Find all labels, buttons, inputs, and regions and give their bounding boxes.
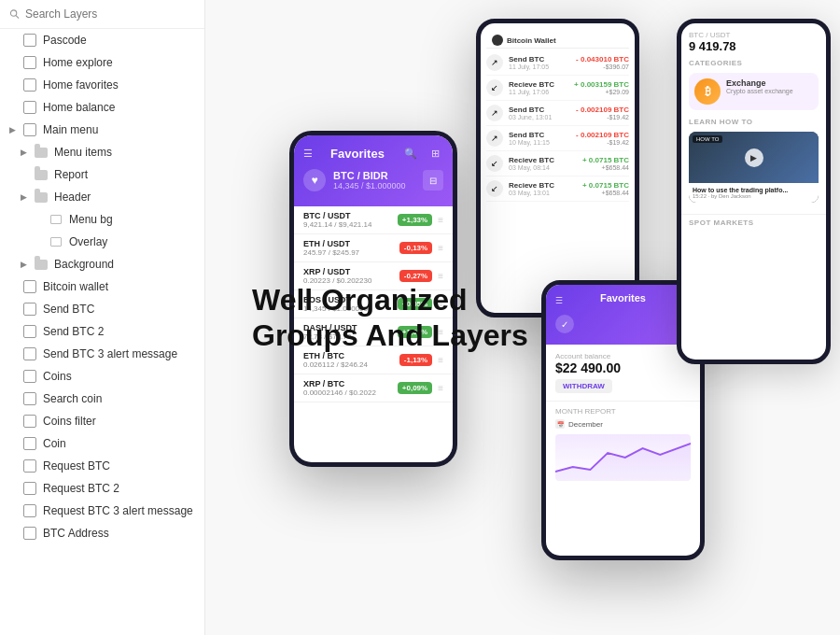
trans-icon: ↙ [486, 79, 503, 96]
layer-label: Coins [43, 370, 72, 383]
trans-type: Recieve BTC [509, 80, 568, 89]
svg-marker-2 [555, 444, 691, 481]
trans-info: Send BTC 11 July, 17:05 [509, 55, 570, 70]
btc-label: BTC / USDT [689, 31, 819, 39]
layer-item-pascode[interactable]: Pascode [0, 29, 204, 51]
artboard-icon [22, 346, 37, 361]
layer-item-send-btc-3[interactable]: Send BTC 3 alert message [0, 343, 204, 365]
fav-heart-icon[interactable]: ♥ [303, 169, 326, 191]
layer-item-home-favorites[interactable]: Home favorites [0, 74, 204, 96]
btc-value: 9 419.78 [689, 39, 819, 53]
coin-name: XRP / USDT [303, 267, 399, 276]
layer-label: Menu items [54, 146, 112, 159]
grid-icon[interactable]: ⊞ [427, 145, 443, 162]
coin-info: BTC / USDT 9,421.14 / $9,421.14 [303, 211, 398, 229]
transaction-row[interactable]: ↙ Recieve BTC 11 July, 17:06 + 0.003159 … [486, 76, 629, 101]
chevron-icon: ▶ [19, 148, 28, 157]
how-to-badge: HOW TO [693, 135, 722, 143]
side-balance: Account balance $22 490.00 WITHDRAW [546, 345, 700, 402]
layer-item-coin[interactable]: Coin [0, 432, 204, 455]
layer-item-home-balance[interactable]: Home balance [0, 96, 204, 119]
coin-menu-icon[interactable]: ≡ [438, 215, 443, 225]
artboard-icon [22, 391, 37, 406]
layer-item-btc-address[interactable]: BTC Address [0, 522, 204, 544]
play-button[interactable]: ▶ [745, 148, 763, 167]
trans-amount: - 0.002109 BTC -$19.42 [576, 131, 629, 146]
coin-change-badge: -0,13% [399, 242, 432, 254]
coin-row[interactable]: BTC / USDT 9,421.14 / $9,421.14 +1,33% ≡ [294, 206, 453, 234]
trans-btc: - 0.002109 BTC [576, 131, 629, 139]
transaction-row[interactable]: ↙ Recieve BTC 03 May, 08:14 + 0.0715 BTC… [486, 151, 629, 176]
layer-item-request-btc-2[interactable]: Request BTC 2 [0, 477, 204, 500]
layer-label: Request BTC [43, 459, 110, 473]
transaction-row[interactable]: ↗ Send BTC 11 July, 17:05 - 0.043010 BTC… [486, 50, 629, 76]
layer-item-request-btc[interactable]: Request BTC [0, 455, 204, 477]
exchange-card: ₿ Exchange Crypto asset exchange [689, 73, 819, 110]
trans-btc: - 0.043010 BTC [576, 55, 629, 64]
layer-item-search-coin[interactable]: Search coin [0, 388, 204, 410]
trans-usd: +$658.44 [582, 164, 629, 171]
layer-item-background[interactable]: ▶Background [0, 253, 204, 275]
layer-item-home-explore[interactable]: Home explore [0, 51, 204, 74]
search-icon[interactable]: 🔍 [402, 145, 419, 162]
trans-amount: - 0.043010 BTC -$396.07 [576, 55, 629, 70]
layers-panel: PascodeHome exploreHome favoritesHome ba… [0, 0, 205, 635]
categories-label: CATEGORIES [689, 59, 819, 67]
folder-icon [34, 145, 49, 160]
transaction-row[interactable]: ↗ Send BTC 03 June, 13:01 - 0.002109 BTC… [486, 101, 629, 126]
layer-label: Send BTC 3 alert message [43, 347, 177, 360]
layer-item-request-btc-3[interactable]: Request BTC 3 alert message [0, 500, 204, 522]
layer-item-overlay[interactable]: Overlay [0, 231, 204, 253]
withdraw-button[interactable]: WITHDRAW [555, 379, 612, 393]
trans-usd: +$29.09 [574, 89, 629, 95]
search-bar[interactable] [0, 0, 204, 29]
layer-label: Home explore [43, 56, 113, 69]
coin-row[interactable]: ETH / USDT 245.97 / $245.97 -0,13% ≡ [294, 234, 453, 262]
learn-label: LEARN HOW TO [689, 118, 819, 126]
trans-type: Recieve BTC [509, 156, 577, 164]
layer-item-coins[interactable]: Coins [0, 365, 204, 388]
artboard-icon [22, 324, 37, 339]
chevron-icon: ▶ [19, 260, 28, 269]
trans-amount: + 0.0715 BTC +$658.44 [582, 156, 629, 171]
folder-icon [34, 257, 49, 272]
coin-menu-icon[interactable]: ≡ [438, 271, 443, 281]
transaction-row[interactable]: ↗ Send BTC 10 May, 11:15 - 0.002109 BTC … [486, 126, 629, 151]
layer-item-header[interactable]: ▶Header [0, 186, 204, 208]
transaction-row[interactable]: ↙ Recieve BTC 03 May, 13:01 + 0.0715 BTC… [486, 176, 629, 202]
svg-point-0 [10, 10, 16, 16]
coin-price: 245.97 / $245.97 [303, 248, 399, 257]
layer-item-coins-filter[interactable]: Coins filter [0, 410, 204, 432]
artboard-icon [22, 302, 37, 317]
trans-date: 03 June, 13:01 [509, 114, 570, 120]
video-card: HOW TO ▶ How to use the trading platfo..… [689, 132, 819, 203]
coin-menu-icon[interactable]: ≡ [438, 355, 443, 365]
layer-item-bitcoin-wallet[interactable]: Bitcoin wallet [0, 275, 204, 298]
artboard-icon [22, 459, 37, 473]
coin-menu-icon[interactable]: ≡ [438, 243, 443, 253]
layer-item-menu-bg[interactable]: Menu bg [0, 208, 204, 231]
layer-label: Menu bg [69, 213, 113, 226]
trans-type: Recieve BTC [509, 181, 577, 190]
artboard-icon [22, 100, 37, 115]
layer-label: Pascode [43, 34, 87, 47]
layer-item-report[interactable]: Report [0, 163, 204, 186]
layer-item-send-btc-2[interactable]: Send BTC 2 [0, 320, 204, 343]
coin-row[interactable]: XRP / BTC 0.00002146 / $0.2022 +0,09% ≡ [294, 374, 453, 402]
coin-change-badge: +0,09% [398, 382, 432, 394]
layer-item-menu-items[interactable]: ▶Menu items [0, 141, 204, 163]
artboard-icon [22, 526, 37, 541]
trans-info: Recieve BTC 11 July, 17:06 [509, 80, 568, 95]
trans-icon: ↗ [486, 105, 503, 121]
chevron-icon: ▶ [19, 192, 28, 202]
trans-info: Recieve BTC 03 May, 13:01 [509, 181, 577, 196]
search-input[interactable] [25, 7, 195, 21]
coin-menu-icon[interactable]: ≡ [438, 383, 443, 393]
sub-panel-top: BTC / USDT 9 419.78 CATEGORIES ₿ Exchang… [681, 23, 826, 214]
layer-item-main-menu[interactable]: ▶Main menu [0, 119, 204, 141]
trans-icon: ↙ [486, 180, 503, 197]
side-report: MONTH REPORT 📅 December [546, 402, 700, 487]
fav-grid-icon[interactable]: ⊟ [423, 170, 443, 190]
layer-item-send-btc[interactable]: Send BTC [0, 298, 204, 320]
trans-icon: ↙ [486, 155, 503, 172]
